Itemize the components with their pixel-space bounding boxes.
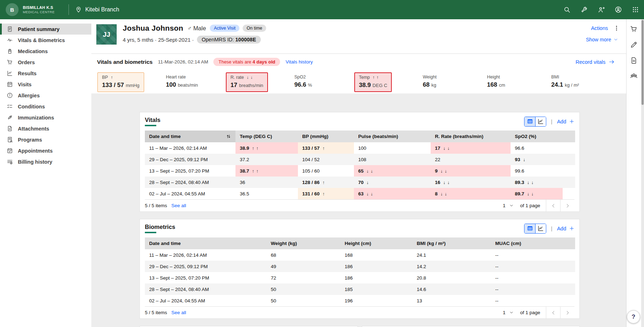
tile-height: Height168cm [483,70,547,91]
page-size-select[interactable]: 1 [498,200,516,211]
sidebar-item-vitals-biometrics[interactable]: Vitals & Biometrics [0,35,91,46]
chart-icon [7,70,13,76]
add-vitals-button[interactable]: Add [557,119,574,124]
programs-icon [7,137,13,143]
report-icon [7,26,13,32]
table-view-button[interactable] [524,224,535,233]
search-button[interactable] [558,0,575,19]
help-button[interactable]: ? [627,310,640,323]
search-icon [563,6,571,13]
next-page-button[interactable] [560,200,574,211]
page-size-select[interactable]: 1 [498,307,516,318]
page-scrollbar[interactable] [641,19,644,327]
see-all-link[interactable]: See all [171,203,186,208]
date-cell: 13 – Sept – 2025, 07:20 PM [145,272,267,283]
items-count: 5 / 5 items [145,310,167,315]
vitals-timestamp: 11-Mar-2026, 02:14 AM [158,59,208,65]
show-more-button[interactable]: Show more [586,37,618,42]
record-vitals-link[interactable]: Record vitals [575,59,615,65]
app-switcher-icon [632,6,639,13]
prev-page-button[interactable] [546,200,560,211]
value-cell: 36.5 [235,188,298,199]
column-header[interactable]: Date and time [145,131,235,142]
next-page-button[interactable] [560,307,574,318]
column-header: R. Rate (breaths/min) [431,131,511,142]
sidebar-item-attachments[interactable]: Attachments [0,123,91,134]
clinic-type: MEDICAL CENTRE [23,10,55,14]
trend-arrow-icon: ↓ [366,180,369,185]
date-cell: 28 – Sept – 2024, 08:40 AM [145,283,267,295]
actions-button[interactable]: Actions [591,25,608,31]
user-add-button[interactable] [593,0,610,19]
pencil-icon [630,41,638,48]
value-cell: 105 / 60 [298,165,354,177]
app-switcher-button[interactable] [627,0,644,19]
see-all-link[interactable]: See all [171,310,186,315]
card-title: Vitals [145,117,161,126]
plus-icon [569,119,574,124]
clinic-logo: B [6,3,19,16]
right-rail [626,19,641,327]
sidebar-item-visits[interactable]: Visits [0,79,91,90]
activity-icon [7,37,13,43]
value-cell: 70↓ [354,177,431,188]
table-view-button[interactable] [524,117,535,126]
page-label: of 1 page [520,203,540,208]
value-cell: 22 [431,154,511,165]
clinic-brand[interactable]: B BISMILLAH K.S MEDICAL CENTRE [0,3,69,16]
scrollbar-thumb[interactable] [642,20,644,105]
location-label: Kitebi Branch [85,6,119,13]
sidebar-item-conditions[interactable]: Conditions [0,101,91,112]
chevron-right-icon [565,310,571,316]
warning-icon [7,92,13,98]
table-row: 29 – Dec – 2025, 09:12 PM4918614.2-- [145,261,575,272]
sidebar-item-immunizations[interactable]: Immunizations [0,112,91,123]
prev-page-button[interactable] [546,307,560,318]
value-cell: -- [491,261,575,272]
sidebar-item-allergies[interactable]: Allergies [0,90,91,101]
syringe-icon [7,114,13,121]
sidebar-item-programs[interactable]: Programs [0,134,91,145]
date-cell: 02 – Jul – 2024, 04:55 AM [145,188,235,199]
column-header: Pulse (beats/min) [354,131,431,142]
value-cell: 38.7↑ ↑ [235,165,298,177]
sidebar-item-patient-summary[interactable]: Patient summary [0,24,91,35]
date-cell: 02 – Jul – 2024, 04:55 AM [145,295,267,306]
value-cell: 50 [267,295,340,306]
value-cell: 20.8 [412,272,491,283]
cart-button[interactable] [629,24,639,34]
document-button[interactable] [629,56,639,65]
sidebar-nav: Patient summaryVitals & BiometricsMedica… [0,24,91,167]
value-cell: 68 [267,249,340,261]
sidebar-item-results[interactable]: Results [0,68,91,79]
patient-name: Joshua Johnson [123,24,183,32]
chevron-left-icon [551,203,556,209]
filler-cell [563,154,575,165]
avatar: JJ [96,24,117,45]
pencil-button[interactable] [629,40,639,49]
tools-button[interactable] [575,0,593,19]
trend-arrow-icon: ↓ ↓ [527,180,534,185]
sidebar-item-medications[interactable]: Medications [0,46,91,57]
people-button[interactable] [629,71,639,81]
chart-view-button[interactable] [535,117,546,126]
chart-view-button[interactable] [535,224,546,233]
location-selector[interactable]: Kitebi Branch [75,6,119,13]
value-cell: 108 [354,154,431,165]
items-count: 5 / 5 items [145,203,167,208]
sidebar-item-billing-history[interactable]: Billing history [0,156,91,167]
trend-arrow-icon: ↓ ↓ [366,169,373,174]
tile-spo2: SpO296.6% [290,70,354,91]
sidebar-item-orders[interactable]: Orders [0,57,91,68]
add-biometrics-button[interactable]: Add [557,226,574,231]
page-label: of 1 page [520,310,540,315]
date-cell: 11 – Mar – 2026, 02:14 AM [145,142,235,154]
user-avatar-button[interactable] [610,0,627,19]
overflow-menu-icon[interactable] [613,25,620,31]
value-cell: 128 / 86↑ [298,177,354,188]
vitals-table: Date and timeTemp (DEG C)BP (mmHg)Pulse … [145,131,575,199]
vitals-history-link[interactable]: Vitals history [285,59,313,65]
sidebar-item-appointments[interactable]: Appointments [0,145,91,156]
top-header-bar: B BISMILLAH K.S MEDICAL CENTRE Kitebi Br… [0,0,644,19]
value-cell: -- [491,272,575,283]
